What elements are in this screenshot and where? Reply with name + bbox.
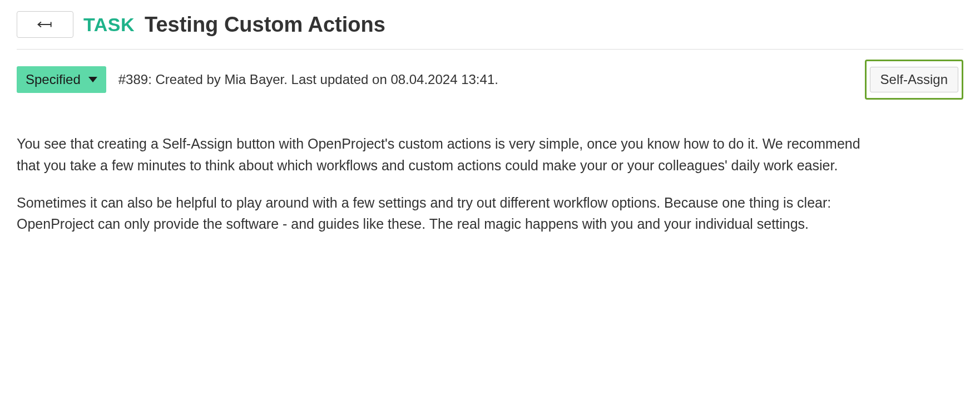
self-assign-button[interactable]: Self-Assign bbox=[870, 67, 958, 92]
status-dropdown[interactable]: Specified bbox=[17, 66, 106, 93]
page-title: Testing Custom Actions bbox=[145, 13, 385, 37]
caret-down-icon bbox=[88, 77, 97, 82]
meta-info-text: #389: Created by Mia Bayer. Last updated… bbox=[118, 72, 853, 87]
meta-row: Specified #389: Created by Mia Bayer. La… bbox=[17, 60, 963, 100]
divider bbox=[17, 49, 963, 50]
description-paragraph: Sometimes it can also be helpful to play… bbox=[17, 192, 862, 235]
back-arrow-icon bbox=[36, 19, 54, 29]
self-assign-highlight: Self-Assign bbox=[865, 60, 963, 100]
status-label: Specified bbox=[26, 72, 81, 87]
back-button[interactable] bbox=[17, 11, 73, 38]
work-package-type-label: TASK bbox=[83, 14, 135, 36]
description-paragraph: You see that creating a Self-Assign butt… bbox=[17, 133, 862, 176]
header-row: TASK Testing Custom Actions bbox=[17, 11, 963, 38]
description-section: You see that creating a Self-Assign butt… bbox=[17, 133, 862, 235]
